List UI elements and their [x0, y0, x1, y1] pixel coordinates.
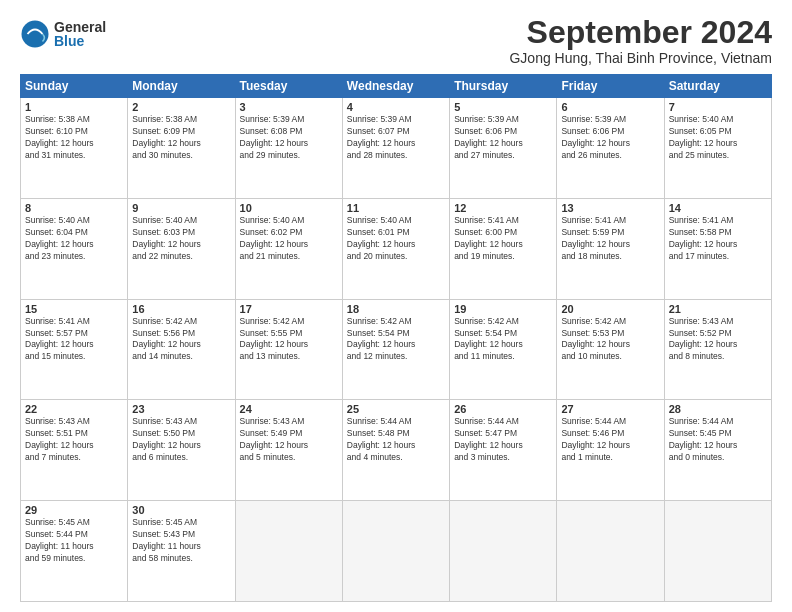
day-number: 18 — [347, 303, 445, 315]
day-number: 2 — [132, 101, 230, 113]
day-info: Sunrise: 5:42 AM Sunset: 5:55 PM Dayligh… — [240, 316, 338, 364]
header-monday: Monday — [128, 75, 235, 98]
title-section: September 2024 GJong Hung, Thai Binh Pro… — [509, 15, 772, 66]
table-row: 26Sunrise: 5:44 AM Sunset: 5:47 PM Dayli… — [450, 400, 557, 501]
day-number: 23 — [132, 403, 230, 415]
day-number: 15 — [25, 303, 123, 315]
table-row — [450, 501, 557, 602]
day-number: 3 — [240, 101, 338, 113]
table-row: 29Sunrise: 5:45 AM Sunset: 5:44 PM Dayli… — [21, 501, 128, 602]
day-info: Sunrise: 5:40 AM Sunset: 6:04 PM Dayligh… — [25, 215, 123, 263]
day-number: 8 — [25, 202, 123, 214]
header-saturday: Saturday — [664, 75, 771, 98]
table-row: 13Sunrise: 5:41 AM Sunset: 5:59 PM Dayli… — [557, 198, 664, 299]
day-info: Sunrise: 5:38 AM Sunset: 6:10 PM Dayligh… — [25, 114, 123, 162]
day-number: 5 — [454, 101, 552, 113]
day-info: Sunrise: 5:41 AM Sunset: 5:59 PM Dayligh… — [561, 215, 659, 263]
logo-general: General — [54, 20, 106, 34]
day-number: 9 — [132, 202, 230, 214]
day-number: 12 — [454, 202, 552, 214]
day-info: Sunrise: 5:39 AM Sunset: 6:06 PM Dayligh… — [454, 114, 552, 162]
day-number: 4 — [347, 101, 445, 113]
day-info: Sunrise: 5:43 AM Sunset: 5:51 PM Dayligh… — [25, 416, 123, 464]
logo-text: General Blue — [54, 20, 106, 48]
table-row — [235, 501, 342, 602]
day-info: Sunrise: 5:39 AM Sunset: 6:08 PM Dayligh… — [240, 114, 338, 162]
table-row: 14Sunrise: 5:41 AM Sunset: 5:58 PM Dayli… — [664, 198, 771, 299]
day-number: 24 — [240, 403, 338, 415]
table-row — [342, 501, 449, 602]
day-info: Sunrise: 5:42 AM Sunset: 5:53 PM Dayligh… — [561, 316, 659, 364]
day-number: 13 — [561, 202, 659, 214]
day-info: Sunrise: 5:45 AM Sunset: 5:44 PM Dayligh… — [25, 517, 123, 565]
calendar-header-row: Sunday Monday Tuesday Wednesday Thursday… — [21, 75, 772, 98]
day-number: 6 — [561, 101, 659, 113]
table-row: 11Sunrise: 5:40 AM Sunset: 6:01 PM Dayli… — [342, 198, 449, 299]
table-row: 8Sunrise: 5:40 AM Sunset: 6:04 PM Daylig… — [21, 198, 128, 299]
logo-blue: Blue — [54, 34, 106, 48]
day-number: 17 — [240, 303, 338, 315]
table-row: 10Sunrise: 5:40 AM Sunset: 6:02 PM Dayli… — [235, 198, 342, 299]
day-info: Sunrise: 5:44 AM Sunset: 5:45 PM Dayligh… — [669, 416, 767, 464]
day-info: Sunrise: 5:41 AM Sunset: 6:00 PM Dayligh… — [454, 215, 552, 263]
location: GJong Hung, Thai Binh Province, Vietnam — [509, 50, 772, 66]
table-row — [557, 501, 664, 602]
calendar: Sunday Monday Tuesday Wednesday Thursday… — [20, 74, 772, 602]
day-info: Sunrise: 5:44 AM Sunset: 5:46 PM Dayligh… — [561, 416, 659, 464]
calendar-week-row: 8Sunrise: 5:40 AM Sunset: 6:04 PM Daylig… — [21, 198, 772, 299]
header-tuesday: Tuesday — [235, 75, 342, 98]
table-row: 9Sunrise: 5:40 AM Sunset: 6:03 PM Daylig… — [128, 198, 235, 299]
calendar-week-row: 29Sunrise: 5:45 AM Sunset: 5:44 PM Dayli… — [21, 501, 772, 602]
day-info: Sunrise: 5:43 AM Sunset: 5:52 PM Dayligh… — [669, 316, 767, 364]
table-row: 30Sunrise: 5:45 AM Sunset: 5:43 PM Dayli… — [128, 501, 235, 602]
day-number: 19 — [454, 303, 552, 315]
table-row: 28Sunrise: 5:44 AM Sunset: 5:45 PM Dayli… — [664, 400, 771, 501]
logo-icon — [20, 19, 50, 49]
table-row: 21Sunrise: 5:43 AM Sunset: 5:52 PM Dayli… — [664, 299, 771, 400]
day-number: 1 — [25, 101, 123, 113]
table-row: 27Sunrise: 5:44 AM Sunset: 5:46 PM Dayli… — [557, 400, 664, 501]
day-info: Sunrise: 5:42 AM Sunset: 5:56 PM Dayligh… — [132, 316, 230, 364]
header-sunday: Sunday — [21, 75, 128, 98]
table-row: 25Sunrise: 5:44 AM Sunset: 5:48 PM Dayli… — [342, 400, 449, 501]
day-info: Sunrise: 5:41 AM Sunset: 5:58 PM Dayligh… — [669, 215, 767, 263]
table-row: 1Sunrise: 5:38 AM Sunset: 6:10 PM Daylig… — [21, 98, 128, 199]
table-row: 16Sunrise: 5:42 AM Sunset: 5:56 PM Dayli… — [128, 299, 235, 400]
day-info: Sunrise: 5:43 AM Sunset: 5:49 PM Dayligh… — [240, 416, 338, 464]
header-wednesday: Wednesday — [342, 75, 449, 98]
day-info: Sunrise: 5:40 AM Sunset: 6:02 PM Dayligh… — [240, 215, 338, 263]
header-thursday: Thursday — [450, 75, 557, 98]
day-info: Sunrise: 5:40 AM Sunset: 6:01 PM Dayligh… — [347, 215, 445, 263]
table-row: 18Sunrise: 5:42 AM Sunset: 5:54 PM Dayli… — [342, 299, 449, 400]
day-number: 27 — [561, 403, 659, 415]
day-info: Sunrise: 5:42 AM Sunset: 5:54 PM Dayligh… — [347, 316, 445, 364]
table-row: 12Sunrise: 5:41 AM Sunset: 6:00 PM Dayli… — [450, 198, 557, 299]
day-info: Sunrise: 5:44 AM Sunset: 5:47 PM Dayligh… — [454, 416, 552, 464]
logo: General Blue — [20, 19, 106, 49]
table-row: 3Sunrise: 5:39 AM Sunset: 6:08 PM Daylig… — [235, 98, 342, 199]
day-number: 29 — [25, 504, 123, 516]
table-row — [664, 501, 771, 602]
day-info: Sunrise: 5:40 AM Sunset: 6:03 PM Dayligh… — [132, 215, 230, 263]
day-info: Sunrise: 5:40 AM Sunset: 6:05 PM Dayligh… — [669, 114, 767, 162]
day-info: Sunrise: 5:39 AM Sunset: 6:06 PM Dayligh… — [561, 114, 659, 162]
day-number: 20 — [561, 303, 659, 315]
day-number: 7 — [669, 101, 767, 113]
page: General Blue September 2024 GJong Hung, … — [0, 0, 792, 612]
header: General Blue September 2024 GJong Hung, … — [20, 15, 772, 66]
table-row: 23Sunrise: 5:43 AM Sunset: 5:50 PM Dayli… — [128, 400, 235, 501]
day-number: 16 — [132, 303, 230, 315]
day-number: 30 — [132, 504, 230, 516]
table-row: 17Sunrise: 5:42 AM Sunset: 5:55 PM Dayli… — [235, 299, 342, 400]
day-number: 14 — [669, 202, 767, 214]
day-info: Sunrise: 5:44 AM Sunset: 5:48 PM Dayligh… — [347, 416, 445, 464]
day-info: Sunrise: 5:38 AM Sunset: 6:09 PM Dayligh… — [132, 114, 230, 162]
table-row: 22Sunrise: 5:43 AM Sunset: 5:51 PM Dayli… — [21, 400, 128, 501]
table-row: 5Sunrise: 5:39 AM Sunset: 6:06 PM Daylig… — [450, 98, 557, 199]
month-title: September 2024 — [509, 15, 772, 50]
table-row: 7Sunrise: 5:40 AM Sunset: 6:05 PM Daylig… — [664, 98, 771, 199]
day-number: 10 — [240, 202, 338, 214]
day-number: 25 — [347, 403, 445, 415]
table-row: 6Sunrise: 5:39 AM Sunset: 6:06 PM Daylig… — [557, 98, 664, 199]
table-row: 19Sunrise: 5:42 AM Sunset: 5:54 PM Dayli… — [450, 299, 557, 400]
